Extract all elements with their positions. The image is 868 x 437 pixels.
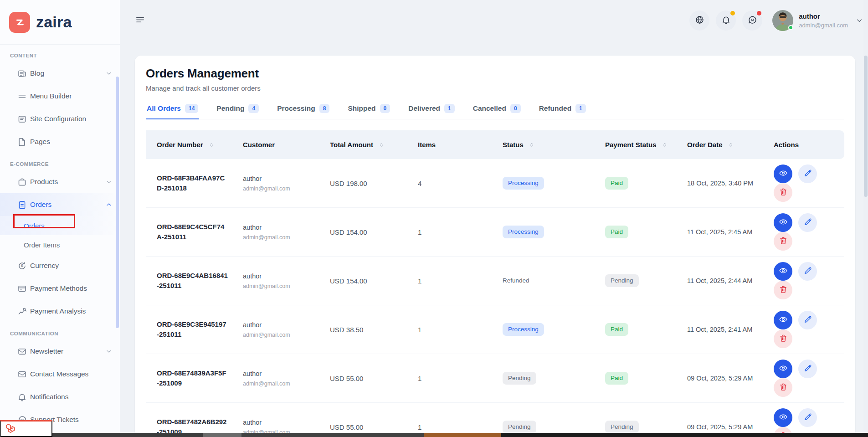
items-count: 1 <box>407 354 492 403</box>
order-date: 11 Oct, 2025, 2:45 AM <box>676 208 763 257</box>
order-date: 11 Oct, 2025, 2:41 AM <box>676 305 763 354</box>
eye-icon <box>779 364 788 374</box>
sidebar-scrollbar[interactable] <box>116 77 119 328</box>
delete-order-button[interactable] <box>774 378 792 397</box>
sidebar-toggle-button[interactable] <box>135 15 145 26</box>
trash-icon <box>779 285 788 295</box>
pencil-icon <box>803 217 812 228</box>
page-title: Orders Management <box>146 67 844 81</box>
view-order-button[interactable] <box>774 311 792 329</box>
view-order-button[interactable] <box>774 262 792 281</box>
view-order-button[interactable] <box>774 360 792 378</box>
avatar <box>772 10 793 31</box>
delete-order-button[interactable] <box>774 183 792 202</box>
view-order-button[interactable] <box>774 213 792 232</box>
sidebar-item-notifications[interactable]: Notifications <box>0 386 120 408</box>
site-config-icon <box>17 114 27 124</box>
user-name: author <box>799 12 848 21</box>
items-count: 1 <box>407 403 492 437</box>
topbar-icon-button[interactable] <box>716 10 736 31</box>
orders-clipboard-icon <box>17 200 27 210</box>
edit-order-button[interactable] <box>798 165 817 183</box>
chevron-down-icon <box>105 348 113 355</box>
sidebar-item-payment-analysis[interactable]: Payment Analysis <box>0 300 120 323</box>
tab-count-badge: 0 <box>380 104 390 113</box>
page-scrollbar-thumb[interactable] <box>864 56 868 197</box>
items-count: 4 <box>407 159 492 208</box>
table-row: ORD-68E9C4C5CF74A-251011 author admin@gm… <box>146 208 844 257</box>
page-subtitle: Manage and track all customer orders <box>146 84 844 92</box>
sort-icon[interactable] <box>662 142 668 148</box>
orders-table: Order Number Customer Total Amount <box>146 130 844 437</box>
view-order-button[interactable] <box>774 408 792 427</box>
brand[interactable]: zaira <box>0 0 120 45</box>
sidebar-item-orders[interactable]: Orders <box>0 193 120 216</box>
tab-cancelled[interactable]: Cancelled 0 <box>472 103 522 119</box>
edit-order-button[interactable] <box>798 311 817 329</box>
topbar-icon-button[interactable] <box>689 10 709 31</box>
order-date: 09 Oct, 2025, 5:29 AM <box>676 403 763 437</box>
view-order-button[interactable] <box>774 165 792 183</box>
status-badge: Processing <box>503 323 544 336</box>
pencil-icon <box>803 169 812 179</box>
delete-order-button[interactable] <box>774 232 792 251</box>
items-count: 1 <box>407 208 492 257</box>
chart-search-icon <box>17 307 27 316</box>
delete-order-button[interactable] <box>774 281 792 299</box>
delete-order-button[interactable] <box>774 329 792 348</box>
sidebar-section-e-commerce: E-COMMERCE Products Orders Orders Order … <box>0 153 120 323</box>
sort-icon[interactable] <box>208 142 215 148</box>
status-badge: Processing <box>503 177 544 190</box>
edit-order-button[interactable] <box>798 408 817 427</box>
eye-icon <box>779 217 788 228</box>
sidebar-item-order-items[interactable]: Order Items <box>0 235 120 254</box>
trash-icon <box>779 187 788 198</box>
total-amount: USD 154.00 <box>319 257 407 305</box>
envelope-icon <box>17 347 27 356</box>
customer-email: admin@gmail.com <box>243 185 315 192</box>
page-scrollbar[interactable] <box>863 0 868 437</box>
sort-icon[interactable] <box>378 142 385 148</box>
tab-processing[interactable]: Processing 8 <box>276 103 330 119</box>
sidebar-item-menu-builder[interactable]: Menu Builder <box>0 85 120 108</box>
edit-order-button[interactable] <box>798 213 817 232</box>
sort-icon[interactable] <box>529 142 535 148</box>
sidebar-item-products[interactable]: Products <box>0 170 120 193</box>
sidebar-item-contact-messages[interactable]: Contact Messages <box>0 363 120 386</box>
edit-order-button[interactable] <box>798 262 817 281</box>
status-badge: Processing <box>503 226 544 238</box>
debugbar-toggle-button[interactable] <box>0 420 52 437</box>
order-number: ORD-68E9C3E945197-251011 <box>157 319 228 340</box>
tab-refunded[interactable]: Refunded 1 <box>538 103 587 119</box>
customer-name: author <box>243 321 315 329</box>
debugbar-strip[interactable] <box>52 433 868 437</box>
sidebar-nav: CONTENT Blog Menu Builder Site Configura… <box>0 45 120 431</box>
tab-all-orders[interactable]: All Orders 14 <box>146 103 199 119</box>
edit-order-button[interactable] <box>798 360 817 378</box>
sidebar-item-newsletter[interactable]: Newsletter <box>0 340 120 363</box>
tab-shipped[interactable]: Shipped 0 <box>347 103 391 119</box>
sidebar-item-orders[interactable]: Orders <box>0 216 120 235</box>
order-date: 09 Oct, 2025, 5:29 AM <box>676 354 763 403</box>
eye-icon <box>779 315 788 325</box>
sidebar-item-pages[interactable]: Pages <box>0 130 120 153</box>
tab-count-badge: 8 <box>319 104 330 113</box>
sidebar-item-payment-methods[interactable]: Payment Methods <box>0 277 120 300</box>
tab-count-badge: 14 <box>185 104 198 113</box>
sidebar-item-site-configuration[interactable]: Site Configuration <box>0 108 120 130</box>
newspaper-icon <box>17 69 27 78</box>
status-badge: Refunded <box>503 274 535 287</box>
sort-icon[interactable] <box>728 142 734 148</box>
items-count: 1 <box>407 305 492 354</box>
chevron-down-icon[interactable] <box>855 16 863 25</box>
brand-wordmark: zaira <box>36 13 72 31</box>
sidebar-item-blog[interactable]: Blog <box>0 62 120 85</box>
sidebar-item-currency[interactable]: $ Currency <box>0 254 120 277</box>
order-number: ORD-68E9C4C5CF74A-251011 <box>157 222 228 242</box>
user-menu[interactable]: author admin@gmail.com <box>772 10 863 31</box>
tab-delivered[interactable]: Delivered 1 <box>407 103 455 119</box>
topbar-icon-button[interactable] <box>742 10 762 31</box>
tab-pending[interactable]: Pending 4 <box>216 103 260 119</box>
payment-status-badge: Pending <box>605 421 639 433</box>
trash-icon <box>779 382 788 393</box>
